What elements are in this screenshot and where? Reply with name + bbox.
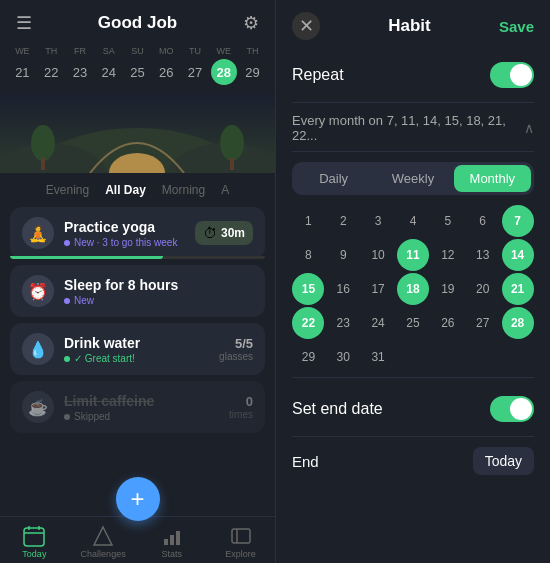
habit-name: Limit caffeine: [64, 393, 154, 409]
calendar-cell[interactable]: 22: [292, 307, 324, 339]
calendar-cell[interactable]: 24: [362, 307, 394, 339]
end-date-section: Set end date End Today: [292, 377, 534, 485]
calendar-cell[interactable]: 7: [502, 205, 534, 237]
habit-name: Sleep for 8 hours: [64, 277, 178, 293]
settings-icon[interactable]: ⚙: [243, 12, 259, 34]
habit-item[interactable]: ⏰ Sleep for 8 hours New: [10, 265, 265, 317]
nav-item-explore[interactable]: Explore: [206, 525, 275, 559]
calendar-cell[interactable]: 6: [467, 205, 499, 237]
calendar-day[interactable]: FR 23: [66, 46, 94, 85]
calendar-cell[interactable]: 16: [327, 273, 359, 305]
calendar-cell[interactable]: 20: [467, 273, 499, 305]
calendar-cell[interactable]: 21: [502, 273, 534, 305]
close-button[interactable]: ✕: [292, 12, 320, 40]
calendar-cell[interactable]: 26: [432, 307, 464, 339]
calendar-cell[interactable]: 13: [467, 239, 499, 271]
calendar-day[interactable]: WE 21: [8, 46, 36, 85]
calendar-cell[interactable]: 28: [502, 307, 534, 339]
end-label: End: [292, 453, 319, 470]
time-filter-button[interactable]: Morning: [162, 183, 205, 197]
calendar-cell[interactable]: 29: [292, 341, 324, 373]
habit-item[interactable]: 💧 Drink water ✓ Great start! 5/5 glasses: [10, 323, 265, 375]
day-label: TU: [189, 46, 201, 56]
calendar-cell[interactable]: 23: [327, 307, 359, 339]
calendar-cell[interactable]: 2: [327, 205, 359, 237]
calendar-cell[interactable]: 18: [397, 273, 429, 305]
calendar-strip: WE 21 TH 22 FR 23 SA 24 SU 25 MO 26 TU 2…: [0, 42, 275, 89]
end-value[interactable]: Today: [473, 447, 534, 475]
calendar-cell[interactable]: 31: [362, 341, 394, 373]
calendar-cell[interactable]: 4: [397, 205, 429, 237]
day-number: 29: [240, 59, 266, 85]
calendar-day[interactable]: SA 24: [95, 46, 123, 85]
day-label: TH: [45, 46, 57, 56]
day-number: 21: [9, 59, 35, 85]
period-tab-daily[interactable]: Daily: [295, 165, 372, 192]
calendar-day[interactable]: WE 28: [210, 46, 238, 85]
calendar-day[interactable]: MO 26: [152, 46, 180, 85]
calendar-cell[interactable]: 12: [432, 239, 464, 271]
svg-rect-15: [176, 531, 180, 545]
fab-button[interactable]: +: [116, 477, 160, 521]
right-panel: ✕ Habit Save Repeat Every month on 7, 11…: [275, 0, 550, 563]
calendar-cell[interactable]: 3: [362, 205, 394, 237]
calendar-cell[interactable]: 27: [467, 307, 499, 339]
period-tab-weekly[interactable]: Weekly: [374, 165, 451, 192]
end-date-toggle[interactable]: [490, 396, 534, 422]
calendar-cell-empty: [467, 341, 499, 373]
svg-point-4: [31, 125, 55, 161]
habit-panel-title: Habit: [388, 16, 431, 36]
repeat-label: Repeat: [292, 66, 344, 84]
nav-label: Challenges: [81, 549, 126, 559]
tree-right-icon: [217, 123, 247, 173]
repeat-toggle[interactable]: [490, 62, 534, 88]
habit-info: Practice yoga New · 3 to go this week: [64, 219, 177, 248]
time-filter-button[interactable]: A: [221, 183, 229, 197]
calendar-day[interactable]: TU 27: [181, 46, 209, 85]
calendar-cell[interactable]: 14: [502, 239, 534, 271]
calendar-cell[interactable]: 10: [362, 239, 394, 271]
calendar-cell[interactable]: 15: [292, 273, 324, 305]
calendar-cell[interactable]: 17: [362, 273, 394, 305]
save-button[interactable]: Save: [499, 18, 534, 35]
habits-list: 🧘 Practice yoga New · 3 to go this week …: [0, 203, 275, 516]
calendar-day[interactable]: TH 29: [239, 46, 267, 85]
menu-icon[interactable]: ☰: [16, 12, 32, 34]
habit-name: Practice yoga: [64, 219, 177, 235]
habit-item[interactable]: ☕ Limit caffeine Skipped 0 times: [10, 381, 265, 433]
calendar-day[interactable]: TH 22: [37, 46, 65, 85]
calendar-cell[interactable]: 5: [432, 205, 464, 237]
calendar-cell[interactable]: 30: [327, 341, 359, 373]
chevron-up-icon: ∧: [524, 120, 534, 136]
habit-name: Drink water: [64, 335, 140, 351]
calendar-cell[interactable]: 1: [292, 205, 324, 237]
habit-item[interactable]: 🧘 Practice yoga New · 3 to go this week …: [10, 207, 265, 259]
nav-item-challenges[interactable]: Challenges: [69, 525, 138, 559]
day-label: WE: [15, 46, 30, 56]
badge-text: 0: [229, 394, 253, 409]
calendar-cell[interactable]: 19: [432, 273, 464, 305]
progress-bar: [10, 256, 265, 259]
nav-item-today[interactable]: Today: [0, 525, 69, 559]
period-tab-monthly[interactable]: Monthly: [454, 165, 531, 192]
illustration: [0, 93, 275, 173]
habit-sub: ✓ Great start!: [64, 353, 140, 364]
calendar-cell[interactable]: 9: [327, 239, 359, 271]
time-filter-button[interactable]: Evening: [46, 183, 89, 197]
nav-label: Today: [22, 549, 46, 559]
nav-item-stats[interactable]: Stats: [138, 525, 207, 559]
frequency-row[interactable]: Every month on 7, 11, 14, 15, 18, 21, 22…: [292, 103, 534, 152]
calendar-cell-empty: [397, 341, 429, 373]
habit-sub: New: [64, 295, 178, 306]
habit-icon: 🧘: [22, 217, 54, 249]
habit-left: ☕ Limit caffeine Skipped: [22, 391, 154, 423]
time-filter-button[interactable]: All Day: [105, 183, 146, 197]
day-number: 25: [124, 59, 150, 85]
period-tabs: DailyWeeklyMonthly: [292, 162, 534, 195]
calendar-cell[interactable]: 11: [397, 239, 429, 271]
calendar-cell[interactable]: 8: [292, 239, 324, 271]
calendar-cell[interactable]: 25: [397, 307, 429, 339]
calendar-day[interactable]: SU 25: [123, 46, 151, 85]
app-title: Good Job: [98, 13, 177, 33]
svg-rect-14: [170, 535, 174, 545]
